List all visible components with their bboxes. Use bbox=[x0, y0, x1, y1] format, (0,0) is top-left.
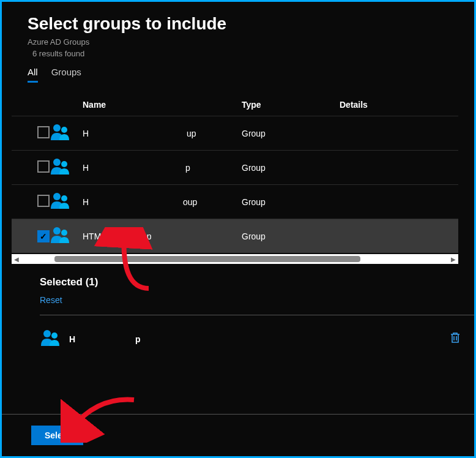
row-type: Group bbox=[242, 197, 340, 207]
row-type: Group bbox=[242, 231, 340, 241]
svg-point-8 bbox=[43, 330, 51, 337]
tabs: All Groups bbox=[28, 67, 474, 83]
row-checkbox[interactable] bbox=[37, 195, 50, 207]
selected-section: Selected (1) Reset H p bbox=[28, 276, 474, 354]
column-header-name[interactable]: Name bbox=[83, 100, 242, 110]
row-name: HTMD Test Group bbox=[83, 231, 242, 241]
selected-item: H p bbox=[40, 324, 474, 354]
trash-icon[interactable] bbox=[450, 331, 461, 347]
group-icon bbox=[50, 238, 70, 247]
table-row[interactable]: H p Group bbox=[12, 150, 458, 184]
selected-item-name: H bbox=[69, 334, 75, 344]
svg-point-5 bbox=[61, 195, 67, 201]
page-subtitle: Azure AD Groups bbox=[28, 37, 474, 47]
group-icon bbox=[50, 169, 70, 179]
svg-point-0 bbox=[53, 124, 61, 132]
scroll-right-icon[interactable]: ▶ bbox=[448, 256, 458, 263]
svg-point-2 bbox=[53, 159, 61, 166]
reset-link[interactable]: Reset bbox=[40, 295, 62, 305]
groups-table: Name Type Details H up Group bbox=[12, 94, 458, 264]
group-icon bbox=[40, 328, 69, 350]
svg-point-9 bbox=[51, 332, 58, 339]
table-row[interactable]: HTMD Test Group Group bbox=[12, 219, 458, 253]
scroll-left-icon[interactable]: ◀ bbox=[12, 256, 21, 263]
page-title: Select groups to include bbox=[28, 14, 474, 34]
select-button[interactable]: Select bbox=[31, 426, 83, 445]
horizontal-scrollbar[interactable]: ◀ ▶ bbox=[12, 254, 458, 264]
tab-all[interactable]: All bbox=[28, 67, 38, 83]
scroll-thumb[interactable] bbox=[54, 256, 360, 262]
tab-groups[interactable]: Groups bbox=[51, 67, 81, 83]
group-icon bbox=[50, 203, 70, 213]
row-type: Group bbox=[242, 129, 340, 138]
svg-point-3 bbox=[61, 161, 67, 167]
footer: Select bbox=[2, 414, 474, 456]
row-checkbox[interactable] bbox=[37, 126, 50, 138]
svg-point-4 bbox=[53, 193, 61, 200]
table-row[interactable]: H up Group bbox=[12, 116, 458, 150]
column-header-details[interactable]: Details bbox=[340, 100, 458, 110]
svg-point-1 bbox=[61, 127, 67, 133]
column-header-type[interactable]: Type bbox=[242, 100, 340, 110]
svg-point-7 bbox=[61, 230, 67, 236]
row-name: H p bbox=[83, 163, 242, 173]
row-name: H oup bbox=[83, 197, 242, 207]
results-count: 6 results found bbox=[28, 49, 474, 58]
row-checkbox[interactable] bbox=[37, 230, 50, 242]
group-icon bbox=[50, 135, 70, 145]
table-row[interactable]: H oup Group bbox=[12, 184, 458, 219]
row-name: H up bbox=[83, 129, 242, 138]
selected-title: Selected (1) bbox=[40, 276, 474, 288]
row-checkbox[interactable] bbox=[37, 160, 50, 173]
svg-point-6 bbox=[53, 227, 61, 235]
row-type: Group bbox=[242, 163, 340, 173]
